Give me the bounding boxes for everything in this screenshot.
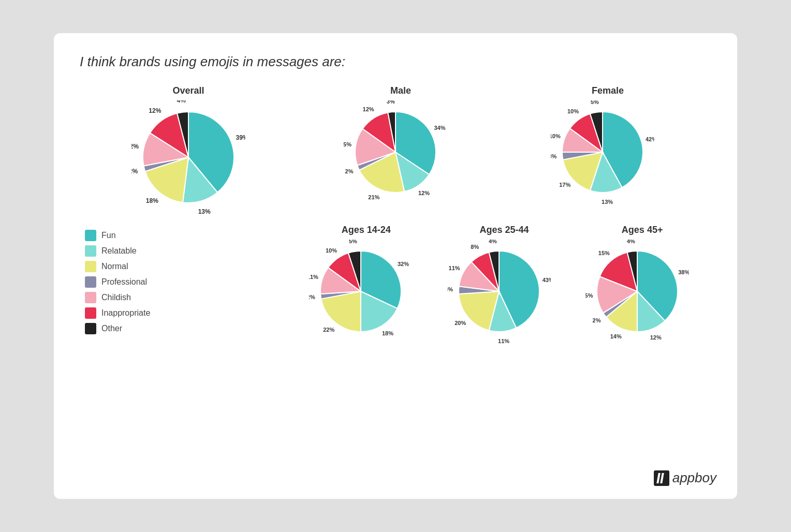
page-title: I think brands using emojis in messages … [80, 54, 711, 70]
chart-ages45plus-title: Ages 45+ [622, 225, 663, 235]
legend-item: Professional [85, 276, 297, 288]
legend: FunRelatableNormalProfessionalChildishIn… [80, 230, 297, 334]
legend-label: Fun [101, 231, 116, 240]
legend-label: Inappropriate [101, 308, 150, 318]
chart-ages2544-pie [447, 240, 561, 353]
chart-ages1424-pie [309, 240, 423, 353]
main-card: I think brands using emojis in messages … [54, 33, 737, 499]
legend-color [85, 307, 96, 319]
row-ages: Ages 14-24 Ages 25-44 Ages 45+ [297, 225, 711, 353]
legend-label: Normal [101, 262, 128, 271]
legend-label: Professional [101, 277, 147, 287]
chart-ages1424: Ages 14-24 [309, 225, 423, 353]
chart-overall: Overall [131, 85, 245, 214]
chart-female-title: Female [592, 85, 624, 96]
chart-overall-pie [131, 100, 245, 214]
legend-color [85, 261, 96, 272]
chart-ages2544: Ages 25-44 [447, 225, 561, 353]
appboy-logo: appboy [654, 470, 716, 486]
legend-color [85, 323, 96, 334]
chart-female-pie [551, 100, 665, 214]
legend-label: Relatable [101, 246, 137, 256]
legend-item: Other [85, 323, 297, 334]
charts-area: Overall FunRelatableNormalProfessionalCh… [80, 85, 711, 353]
chart-male-title: Male [390, 85, 411, 96]
chart-female: Female [551, 85, 665, 214]
chart-overall-title: Overall [172, 85, 204, 96]
chart-ages1424-title: Ages 14-24 [342, 225, 391, 235]
legend-label: Other [101, 324, 122, 333]
legend-item: Relatable [85, 245, 297, 257]
legend-color [85, 292, 96, 303]
chart-ages45plus: Ages 45+ [585, 225, 699, 353]
chart-ages45plus-pie [585, 240, 699, 353]
legend-item: Childish [85, 292, 297, 303]
legend-label: Childish [101, 293, 131, 302]
chart-male: Male [344, 85, 458, 214]
chart-ages2544-title: Ages 25-44 [479, 225, 529, 235]
right-column: Male Female Ages 14-24 [297, 85, 711, 353]
legend-color [85, 276, 96, 288]
legend-item: Normal [85, 261, 297, 272]
legend-item: Inappropriate [85, 307, 297, 319]
legend-color [85, 245, 96, 257]
legend-item: Fun [85, 230, 297, 241]
chart-male-pie [344, 100, 458, 214]
row-gender: Male Female [297, 85, 711, 214]
legend-color [85, 230, 96, 241]
left-column: Overall FunRelatableNormalProfessionalCh… [80, 85, 297, 353]
